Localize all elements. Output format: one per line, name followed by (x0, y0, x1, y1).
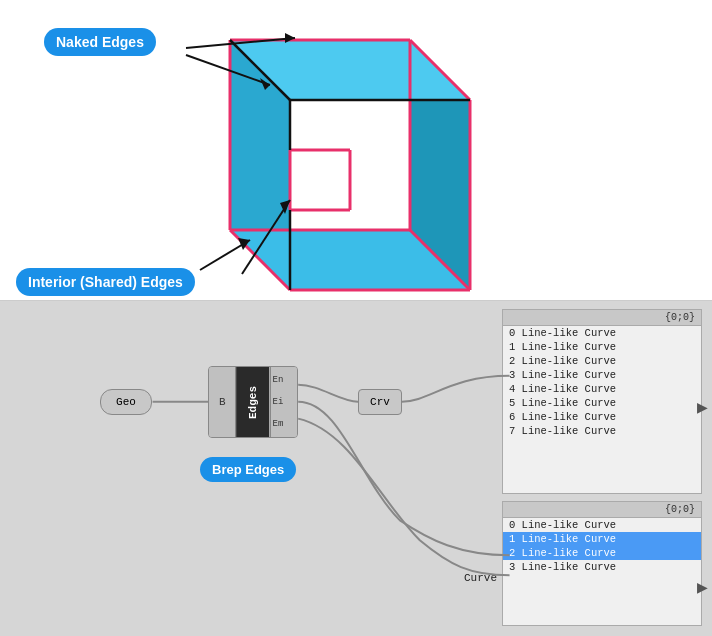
data-panel-bottom-header: {0;0} (503, 502, 701, 518)
data-panel-bottom: {0;0} 0 Line-like Curve 1 Line-like Curv… (502, 501, 702, 626)
edges-node-label: Edges (236, 367, 269, 437)
data-row-7: 7 Line-like Curve (503, 424, 701, 438)
panel-top-arrow: ▶ (697, 399, 708, 415)
data-row-b0: 0 Line-like Curve (503, 518, 701, 532)
curve-label: Curve (464, 572, 497, 584)
data-panel-top: {0;0} 0 Line-like Curve 1 Line-like Curv… (502, 309, 702, 494)
data-panel-top-header: {0;0} (503, 310, 701, 326)
edges-node[interactable]: B Edges En Ei Em (208, 366, 298, 438)
edges-output-ports: En Ei Em (270, 367, 297, 437)
data-row-b2: 2 Line-like Curve (503, 546, 701, 560)
data-row-b1: 1 Line-like Curve (503, 532, 701, 546)
viewport: Naked Edges Interior (Shared) Edges (0, 0, 712, 310)
data-row-2: 2 Line-like Curve (503, 354, 701, 368)
box-3d (130, 10, 510, 300)
naked-edges-label: Naked Edges (44, 28, 156, 56)
data-row-4: 4 Line-like Curve (503, 382, 701, 396)
data-row-6: 6 Line-like Curve (503, 410, 701, 424)
node-editor: Geo B Edges En Ei Em Crv Brep Edges {0;0… (0, 300, 712, 636)
data-row-5: 5 Line-like Curve (503, 396, 701, 410)
edges-input-port: B (209, 367, 236, 437)
data-row-3: 3 Line-like Curve (503, 368, 701, 382)
brep-edges-label: Brep Edges (200, 457, 296, 482)
data-row-b3: 3 Line-like Curve (503, 560, 701, 574)
panel-bottom-arrow: ▶ (697, 579, 708, 595)
crv-node[interactable]: Crv (358, 389, 402, 415)
interior-edges-label: Interior (Shared) Edges (16, 268, 195, 296)
geo-node[interactable]: Geo (100, 389, 152, 415)
svg-rect-6 (290, 150, 350, 210)
data-row-0: 0 Line-like Curve (503, 326, 701, 340)
data-row-1: 1 Line-like Curve (503, 340, 701, 354)
